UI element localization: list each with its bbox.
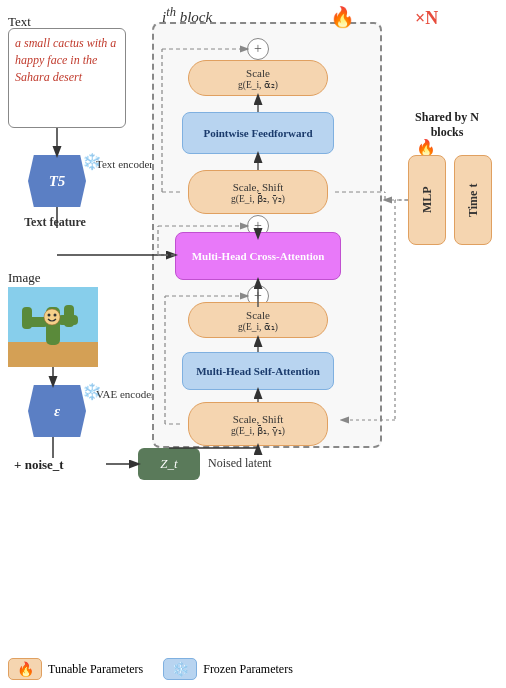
scale-shift-mid-sub: g(E_i, β̄₂, γ̄₂): [231, 193, 285, 204]
xn-label: ×N: [415, 8, 438, 29]
legend: 🔥 Tunable Parameters ❄️ Frozen Parameter…: [8, 658, 498, 680]
zt-box: Z_t: [138, 448, 200, 480]
shared-by-label: Shared by N blocks: [398, 110, 496, 140]
scale-bottom-sub: g(E_i, ᾱ₁): [238, 321, 278, 332]
svg-rect-4: [22, 307, 32, 329]
diagram: Text a small cactus with a happy face in…: [0, 0, 506, 688]
scale-bottom-box: Scale g(E_i, ᾱ₁): [188, 302, 328, 338]
self-attention-box: Multi-Head Self-Attention: [182, 352, 334, 390]
legend-tunable-label: Tunable Parameters: [48, 662, 143, 677]
pointwise-ff-box: Pointwise Feedforward: [182, 112, 334, 154]
t5-encoder-box: T5: [28, 155, 86, 207]
svg-point-9: [54, 314, 57, 317]
ith-block-label: ith block: [162, 5, 212, 26]
svg-point-7: [44, 309, 60, 325]
text-input-box: a small cactus with a happy face in the …: [8, 28, 126, 128]
cactus-image: [8, 287, 98, 367]
flame-ith-icon: 🔥: [330, 5, 355, 29]
vae-encoder-box: ε: [28, 385, 86, 437]
legend-tunable: 🔥 Tunable Parameters: [8, 658, 143, 680]
vae-encoder-label: VAE encoder: [96, 388, 155, 400]
scale-shift-bot-sub: g(E_i, β̄₁, γ̄₁): [231, 425, 285, 436]
legend-frozen-label: Frozen Parameters: [203, 662, 293, 677]
zt-label: Z_t: [160, 456, 177, 472]
image-label: Image: [8, 270, 40, 286]
scale-top-box: Scale g(E_i, ᾱ₂): [188, 60, 328, 96]
mlp-box: MLP: [408, 155, 446, 245]
cross-attention-box: Multi-Head Cross-Attention: [175, 232, 341, 280]
svg-rect-6: [64, 305, 74, 327]
noised-latent-label: Noised latent: [208, 456, 272, 471]
legend-frozen: ❄️ Frozen Parameters: [163, 658, 293, 680]
text-feature-label: Text feature: [20, 215, 90, 230]
time-box: Time t: [454, 155, 492, 245]
scale-shift-mid-label: Scale, Shift: [233, 181, 284, 193]
scale-shift-bot-label: Scale, Shift: [233, 413, 284, 425]
scale-shift-bot-box: Scale, Shift g(E_i, β̄₁, γ̄₁): [188, 402, 328, 446]
scale-top-sub: g(E_i, ᾱ₂): [238, 79, 278, 90]
vae-label: ε: [54, 403, 60, 420]
plus-circle-top: +: [247, 38, 269, 60]
scale-bottom-label: Scale: [246, 309, 270, 321]
noise-label: + noise_t: [14, 457, 64, 473]
t5-label: T5: [49, 173, 66, 190]
legend-frozen-icon: ❄️: [163, 658, 197, 680]
legend-tunable-icon: 🔥: [8, 658, 42, 680]
scale-shift-mid-box: Scale, Shift g(E_i, β̄₂, γ̄₂): [188, 170, 328, 214]
scale-top-label: Scale: [246, 67, 270, 79]
svg-point-8: [48, 314, 51, 317]
svg-rect-1: [8, 342, 98, 367]
text-encoder-label: Text encoder: [96, 158, 153, 170]
